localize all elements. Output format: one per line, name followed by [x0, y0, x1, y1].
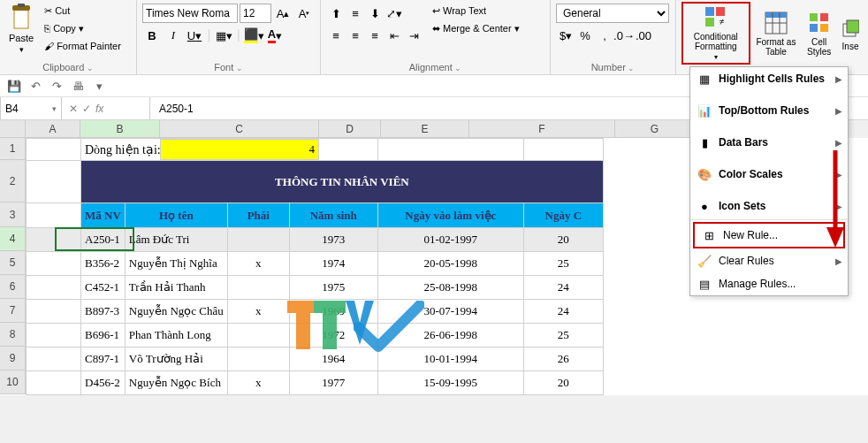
table-cell-date[interactable]: 26-06-1998	[377, 324, 523, 348]
table-cell-year[interactable]: 1975	[289, 276, 377, 300]
paste-button[interactable]: Paste ▾	[5, 2, 37, 56]
qat-undo-button[interactable]: ↶	[27, 77, 44, 95]
align-bottom-button[interactable]: ⬇	[365, 4, 385, 23]
table-cell-year[interactable]: 1977	[289, 371, 377, 395]
table-cell-g[interactable]: 25	[523, 324, 603, 348]
table-cell-name[interactable]: Võ Trường Hải	[125, 348, 227, 371]
table-cell-g[interactable]: 24	[523, 276, 603, 300]
hdr-manv[interactable]: Mã NV	[81, 203, 126, 228]
table-cell-date[interactable]: 15-09-1995	[377, 371, 523, 395]
currency-button[interactable]: $▾	[556, 26, 575, 45]
align-left-button[interactable]: ≡	[326, 26, 346, 45]
table-cell-sex[interactable]	[227, 276, 289, 300]
table-cell-id[interactable]: B356-2	[81, 252, 126, 276]
table-cell-year[interactable]: 1972	[289, 324, 377, 348]
comma-button[interactable]: ,	[595, 26, 614, 45]
decrease-decimal-button[interactable]: .00	[634, 26, 653, 45]
col-header-a[interactable]: A	[26, 120, 80, 138]
menu-clear-rules[interactable]: 🧹Clear Rules▶	[690, 249, 848, 272]
increase-indent-button[interactable]: ⇥	[404, 26, 423, 45]
menu-color-scales[interactable]: 🎨Color Scales▶	[690, 163, 848, 186]
table-cell-name[interactable]: Trần Hải Thanh	[125, 276, 227, 300]
conditional-formatting-button[interactable]: ≠ Conditional Formatting ▾	[681, 2, 750, 65]
menu-data-bars[interactable]: ▮Data Bars▶	[690, 131, 848, 154]
hdr-hoten[interactable]: Họ tên	[125, 203, 227, 228]
table-cell-id[interactable]: B696-1	[81, 324, 126, 348]
col-header-f[interactable]: F	[469, 120, 615, 138]
row-header-10[interactable]: 10	[0, 370, 26, 394]
insert-cells-button[interactable]: Inse	[838, 13, 863, 53]
row-header-2[interactable]: 2	[0, 160, 26, 202]
cell-blank[interactable]	[27, 348, 81, 371]
table-cell-g[interactable]: 25	[523, 252, 603, 276]
fx-buttons[interactable]: ✕✓fx	[62, 97, 150, 119]
table-cell-g[interactable]: 24	[523, 300, 603, 324]
table-cell-id[interactable]: C897-1	[81, 348, 126, 371]
orientation-button[interactable]: ⤢▾	[385, 4, 404, 23]
cell-g1[interactable]	[523, 139, 603, 161]
name-box[interactable]: B4	[0, 97, 62, 119]
table-cell-id[interactable]: C452-1	[81, 276, 126, 300]
row-header-7[interactable]: 7	[0, 299, 26, 323]
align-center-button[interactable]: ≡	[346, 26, 365, 45]
cell-blank[interactable]	[27, 276, 81, 300]
col-header-e[interactable]: E	[381, 120, 469, 138]
table-cell-name[interactable]: Nguyễn Thị Nghĩa	[125, 252, 227, 276]
number-format-select[interactable]: General	[556, 4, 669, 23]
row-header-9[interactable]: 9	[0, 347, 26, 370]
cell-a1[interactable]	[27, 139, 81, 161]
italic-button[interactable]: I	[164, 26, 183, 45]
bold-button[interactable]: B	[142, 26, 162, 45]
hdr-phai[interactable]: Phái	[227, 203, 289, 228]
cell-blank[interactable]	[27, 252, 81, 276]
qat-redo-button[interactable]: ↷	[48, 77, 65, 95]
table-cell-year[interactable]: 1969	[289, 300, 377, 324]
copy-button[interactable]: ⎘Copy ▾	[41, 19, 125, 37]
cell-blank[interactable]	[27, 300, 81, 324]
table-cell-year[interactable]: 1973	[289, 228, 377, 252]
table-cell-sex[interactable]	[227, 348, 289, 371]
col-header-b[interactable]: B	[80, 120, 160, 138]
row-header-3[interactable]: 3	[0, 202, 26, 227]
hdr-namsinh[interactable]: Năm sinh	[289, 203, 377, 228]
table-cell-date[interactable]: 25-08-1998	[377, 276, 523, 300]
qat-more-button[interactable]: ▾	[90, 77, 108, 95]
font-size-select[interactable]	[240, 4, 271, 23]
cell-styles-button[interactable]: Cell Styles	[802, 9, 836, 58]
percent-button[interactable]: %	[575, 26, 595, 45]
table-cell-date[interactable]: 10-01-1994	[377, 348, 523, 371]
table-cell-name[interactable]: Lâm Đức Tri	[125, 228, 227, 252]
fill-color-button[interactable]: ⬛▾	[244, 26, 263, 45]
underline-button[interactable]: U▾	[185, 26, 204, 45]
menu-highlight-cells-rules[interactable]: ▦Highlight Cells Rules▶	[690, 67, 848, 90]
qat-save-button[interactable]: 💾	[5, 77, 23, 95]
row-header-8[interactable]: 8	[0, 323, 26, 347]
row-header-4[interactable]: 4	[0, 227, 26, 251]
border-button[interactable]: ▦▾	[215, 26, 234, 45]
hdr-ngayvao[interactable]: Ngày vào làm việc	[377, 203, 523, 228]
col-header-d[interactable]: D	[319, 120, 381, 138]
decrease-font-button[interactable]: A▾	[294, 4, 314, 23]
cell-blank[interactable]	[27, 324, 81, 348]
title-cell[interactable]: THÔNG TIN NHÂN VIÊN	[81, 161, 604, 203]
table-cell-sex[interactable]	[227, 324, 289, 348]
table-cell-date[interactable]: 30-07-1994	[377, 300, 523, 324]
table-cell-name[interactable]: Nguyễn Ngọc Châu	[125, 300, 227, 324]
decrease-indent-button[interactable]: ⇤	[385, 26, 404, 45]
menu-top-bottom-rules[interactable]: 📊Top/Bottom Rules▶	[690, 99, 848, 122]
row-header-5[interactable]: 5	[0, 251, 26, 275]
format-as-table-button[interactable]: Format as Table	[752, 9, 801, 58]
table-cell-g[interactable]: 20	[523, 371, 603, 395]
table-cell-name[interactable]: Phan Thành Long	[125, 324, 227, 348]
col-header-g[interactable]: G	[615, 120, 695, 138]
table-cell-g[interactable]: 26	[523, 348, 603, 371]
font-color-button[interactable]: A▾	[265, 26, 285, 45]
select-all-corner[interactable]	[0, 120, 26, 138]
table-cell-year[interactable]: 1974	[289, 252, 377, 276]
table-cell-sex[interactable]	[227, 228, 289, 252]
align-middle-button[interactable]: ≡	[346, 4, 365, 23]
row-header-6[interactable]: 6	[0, 275, 26, 299]
align-right-button[interactable]: ≡	[365, 26, 385, 45]
table-cell-name[interactable]: Nguyễn Ngọc Bích	[125, 371, 227, 395]
cell-blank[interactable]	[27, 371, 81, 395]
